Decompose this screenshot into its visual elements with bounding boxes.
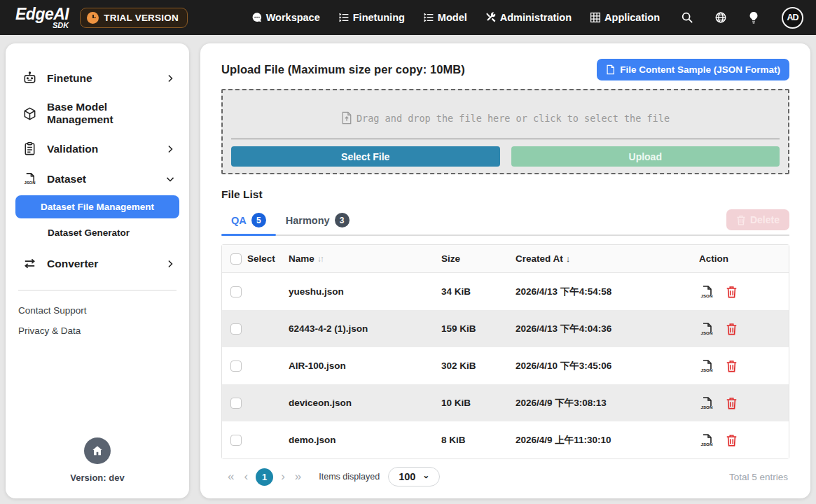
delete-row-button[interactable] — [726, 323, 738, 335]
sidebar-item-converter[interactable]: Converter — [6, 248, 189, 279]
sort-both-icon[interactable]: ↓↑ — [317, 254, 323, 264]
sidebar-item-dataset[interactable]: JSON Dataset — [6, 164, 189, 194]
trash-icon — [726, 360, 738, 372]
json-file-icon: JSON — [699, 433, 714, 448]
user-avatar[interactable]: AD — [782, 7, 803, 29]
upload-section-title: Upload File (Maximum size per copy: 10MB… — [221, 59, 465, 76]
row-checkbox[interactable] — [230, 286, 242, 298]
home-button[interactable] — [84, 438, 111, 464]
sidebar-item-validation[interactable]: Validation — [6, 134, 189, 164]
view-json-button[interactable]: JSON — [699, 321, 714, 337]
row-checkbox[interactable] — [230, 360, 242, 372]
tools-icon — [485, 12, 497, 23]
svg-text:JSON: JSON — [701, 368, 713, 372]
robot-icon — [22, 71, 37, 85]
select-file-button[interactable]: Select File — [231, 146, 500, 167]
tab-count-badge: 3 — [335, 213, 350, 227]
file-size-cell: 10 KiB — [441, 398, 516, 408]
sidebar-item-base-model-management[interactable]: Base Model Management — [6, 93, 189, 134]
view-json-button[interactable]: JSON — [699, 358, 714, 374]
search-icon[interactable] — [681, 11, 693, 24]
lightbulb-icon[interactable] — [748, 11, 759, 24]
nav-label: Application — [604, 12, 660, 23]
view-json-button[interactable]: JSON — [699, 284, 714, 300]
contact-support-link[interactable]: Contact Support — [6, 300, 189, 321]
total-entries-label: Total 5 entries — [729, 472, 788, 482]
svg-text:JSON: JSON — [701, 405, 713, 410]
table-row: 62443-4-2 (1).json 159 KiB 2026/4/13 下午4… — [222, 310, 789, 347]
table-row: yueshu.json 34 KiB 2026/4/13 下午4:54:58 J… — [222, 273, 789, 310]
tab-harmony[interactable]: Harmony 3 — [276, 208, 359, 234]
svg-text:JSON: JSON — [701, 442, 713, 447]
tab-label: Harmony — [286, 215, 330, 226]
header-select: Select — [247, 253, 275, 264]
tab-qa[interactable]: QA 5 — [221, 208, 276, 234]
app-logo[interactable]: EdgeAI SDK — [15, 6, 69, 29]
privacy-data-link[interactable]: Privacy & Data — [6, 321, 189, 341]
delete-row-button[interactable] — [726, 286, 738, 298]
chevron-right-icon — [165, 74, 175, 83]
sidebar-item-label: Converter — [47, 258, 155, 270]
nav-item-finetuning[interactable]: Finetuning — [338, 12, 405, 23]
main-panel: Upload File (Maximum size per copy: 10MB… — [200, 43, 810, 498]
sidebar-item-label: Finetune — [47, 72, 155, 85]
delete-row-button[interactable] — [726, 360, 738, 372]
file-name-cell: yueshu.json — [289, 286, 441, 297]
json-file-icon: JSON — [699, 321, 714, 337]
list-settings-icon — [423, 12, 434, 23]
sort-desc-icon[interactable]: ↓ — [566, 253, 571, 264]
upload-button[interactable]: Upload — [511, 146, 780, 167]
version-label: Version: dev — [6, 472, 189, 483]
select-all-checkbox[interactable] — [230, 253, 242, 265]
json-file-icon: JSON — [699, 396, 714, 411]
chevron-right-icon — [165, 259, 175, 269]
nav-item-workspace[interactable]: Workspace — [251, 12, 320, 23]
first-page-button[interactable]: « — [223, 470, 239, 484]
clock-icon — [87, 12, 99, 24]
nav-item-model[interactable]: Model — [423, 12, 467, 23]
nav-item-application[interactable]: Application — [590, 12, 660, 23]
clipboard-icon — [22, 141, 37, 156]
file-table: Select Name↓↑ Size Created At↓ Action yu… — [221, 244, 789, 459]
next-page-button[interactable]: › — [276, 470, 290, 484]
sidebar-item-finetune[interactable]: Finetune — [6, 63, 189, 93]
sidebar-item-dataset-generator[interactable]: Dataset Generator — [15, 221, 179, 244]
globe-icon[interactable] — [714, 11, 727, 24]
prev-page-button[interactable]: ‹ — [239, 470, 253, 484]
row-checkbox[interactable] — [230, 435, 242, 446]
file-name-cell: AIR-100.json — [289, 360, 441, 371]
header-action: Action — [699, 253, 789, 264]
trial-version-label: TRIAL VERSION — [104, 13, 179, 23]
file-size-cell: 34 KiB — [441, 286, 516, 297]
created-at-cell: 2026/4/9 上午11:30:10 — [516, 434, 699, 447]
view-json-button[interactable]: JSON — [699, 396, 714, 411]
nav-item-administration[interactable]: Administration — [485, 12, 572, 23]
sidebar-item-dataset-file-management[interactable]: Dataset File Management — [15, 195, 179, 218]
tab-label: QA — [231, 215, 247, 226]
trash-icon — [726, 397, 738, 410]
row-checkbox[interactable] — [230, 323, 242, 335]
file-content-sample-button[interactable]: File Content Sample (JSON Format) — [597, 59, 789, 80]
row-checkbox[interactable] — [230, 398, 242, 409]
swap-arrows-icon — [22, 256, 37, 271]
header-created-at[interactable]: Created At↓ — [516, 253, 699, 264]
delete-row-button[interactable] — [726, 434, 738, 447]
file-size-cell: 159 KiB — [441, 323, 516, 334]
header-size: Size — [441, 253, 516, 264]
chevron-down-icon: ⌄ — [422, 470, 429, 480]
page-size-select[interactable]: 100 ⌄ — [388, 467, 440, 486]
json-file-icon: JSON — [699, 358, 714, 374]
json-file-icon: JSON — [22, 172, 37, 186]
file-dropzone[interactable]: Drag and drop the file here or click to … — [221, 89, 789, 174]
current-page-button[interactable]: 1 — [256, 468, 273, 486]
last-page-button[interactable]: » — [290, 470, 306, 484]
file-name-cell: deviceon.json — [289, 398, 441, 408]
delete-button[interactable]: Delete — [726, 209, 789, 230]
delete-row-button[interactable] — [726, 397, 738, 410]
view-json-button[interactable]: JSON — [699, 433, 714, 448]
svg-text:JSON: JSON — [24, 181, 35, 185]
table-header-row: Select Name↓↑ Size Created At↓ Action — [222, 245, 789, 273]
json-file-icon: JSON — [699, 284, 714, 300]
header-name[interactable]: Name↓↑ — [289, 253, 441, 264]
chat-icon — [251, 12, 263, 23]
